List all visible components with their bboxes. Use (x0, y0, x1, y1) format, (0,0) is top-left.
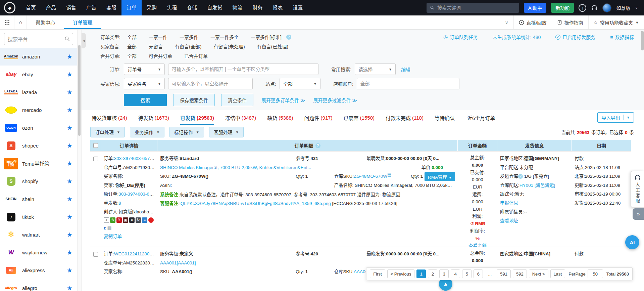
camera-icon[interactable]: ▣ (123, 217, 128, 223)
platform-item[interactable]: Amazon amazon ★ (0, 48, 77, 66)
last-page-button[interactable]: Last (550, 269, 565, 278)
platform-item[interactable]: ♪ tiktok ★ (0, 208, 77, 226)
copy-icon[interactable]: ▤ (387, 172, 391, 177)
favorite-star-icon[interactable]: ★ (67, 106, 72, 114)
copy-order-link[interactable]: 复制订单 (104, 234, 122, 239)
collapse-chevron-icon[interactable]: ∨ (500, 15, 513, 29)
buyer-field-select[interactable]: 买家姓名▼ (124, 78, 165, 89)
attachment-link[interactable]: lQLPKcXz0AJy78HNAq3NBU-wTuS8iUhBgFgIlSaS… (180, 201, 331, 206)
tab-order-management[interactable]: 订单管理 (64, 15, 101, 29)
platform-item[interactable]: Ali aliexpress ★ (0, 261, 77, 279)
next-page-button[interactable]: Next > (529, 269, 548, 278)
status-tab[interactable]: 待发货 (1673) (138, 110, 169, 125)
status-tab[interactable]: 冻结中 (3487) (225, 110, 256, 125)
favorite-star-icon[interactable]: ★ (67, 231, 72, 239)
page-button[interactable]: 591 (497, 269, 511, 278)
main-menu-item[interactable]: 客服 (101, 0, 121, 15)
user-avatar[interactable] (602, 3, 611, 12)
bulk-action-button[interactable]: 业务操作▼ (130, 127, 164, 137)
data-metrics-link[interactable]: ≡数据指标 (610, 34, 634, 40)
platform-item[interactable]: LAZADA lazada ★ (0, 83, 77, 101)
zoom-icon[interactable]: ⌕ (104, 217, 109, 223)
platform-item[interactable]: SHEIN shein ★ (0, 190, 77, 208)
ai-assistant-button[interactable]: AI助手 (524, 3, 546, 13)
product-title-link[interactable]: AAA001[AAA001] (160, 259, 455, 268)
alert-icon[interactable]: ! (148, 217, 154, 223)
status-tab[interactable]: 已废弃 (1550) (344, 110, 375, 125)
filter-option[interactable]: 一票多件 (180, 34, 198, 40)
page-button[interactable]: 3 (439, 269, 449, 278)
status-tab[interactable]: 已发货 (29563) (180, 110, 214, 125)
filter-option[interactable]: 全部 (127, 52, 137, 59)
page-button[interactable]: ... (485, 269, 495, 278)
original-order-link[interactable]: 303-3974603-65707... (118, 192, 155, 197)
favorite-star-icon[interactable]: ★ (67, 213, 72, 221)
filter-option[interactable]: 一票一件多个 (210, 34, 239, 40)
bulk-action-button[interactable]: 客服处理▼ (209, 127, 244, 137)
help-icon[interactable]: ? (286, 35, 291, 40)
browser-e-icon[interactable]: e (104, 223, 106, 233)
favorite-star-icon[interactable]: ★ (67, 53, 72, 60)
page-scrollbar-thumb[interactable] (641, 31, 644, 50)
platform-item[interactable]: W wayfairnew ★ (0, 244, 77, 261)
bag-icon[interactable]: ● (129, 217, 135, 223)
main-menu-item[interactable]: 设置 (288, 0, 308, 15)
sidebar-collapse-handle[interactable]: ◀ (82, 33, 86, 48)
favorite-star-icon[interactable]: ★ (67, 124, 72, 132)
status-tab[interactable]: 缺货 (5388) (267, 110, 293, 125)
money-icon[interactable]: ¥ (116, 217, 122, 223)
platform-item[interactable]: allegro allegro ★ (0, 279, 77, 291)
order-number-link[interactable]: WEC0122411280027-... (114, 251, 155, 256)
favorite-star-icon[interactable]: ★ (67, 88, 72, 96)
home-icon[interactable]: ⌂ (14, 15, 27, 29)
refresh-icon[interactable]: ↻ (136, 217, 141, 223)
previous-page-button[interactable]: < Previous (387, 269, 415, 278)
panel-expand-button[interactable]: » (633, 208, 644, 220)
unsynced-orders-stat[interactable]: 未生成系统单统计: 480 (493, 34, 541, 40)
status-tab[interactable]: 近6个月订单 (467, 110, 496, 125)
filter-option[interactable]: 有留言(全部) (175, 43, 201, 50)
favorite-star-icon[interactable]: ★ (67, 71, 72, 78)
platform-item[interactable]: TEMU半托管 Temu半托管 ★ (0, 155, 77, 172)
headset-support-icon[interactable] (591, 4, 598, 11)
sidebar-scrollbar-thumb[interactable] (78, 45, 81, 136)
human-service-button[interactable]: 人工客服 (631, 171, 644, 208)
filter-option[interactable]: 可合并订单 (149, 52, 172, 59)
common-search-select[interactable]: 请选择▼ (355, 64, 396, 75)
ai-float-button[interactable]: AI (625, 235, 639, 249)
bulk-action-button[interactable]: 标记操作▼ (169, 127, 204, 137)
search-button[interactable]: 搜索 (124, 94, 167, 106)
first-page-button[interactable]: First (370, 269, 385, 278)
main-menu-item[interactable]: 产品 (41, 0, 61, 15)
main-menu-item[interactable]: 报表 (267, 0, 288, 15)
platform-item[interactable]: mercado ★ (0, 101, 77, 119)
main-menu-item[interactable]: 物流 (227, 0, 247, 15)
save-search-button[interactable]: 保存搜索条件 (173, 94, 215, 106)
filter-option[interactable]: 无留言 (149, 43, 163, 50)
row-checkbox[interactable] (93, 252, 98, 257)
chevron-down-icon[interactable]: ∨ (635, 5, 638, 10)
favorite-star-icon[interactable]: ★ (67, 195, 72, 203)
main-menu-item[interactable]: 自发货 (202, 0, 227, 15)
order-number-input[interactable] (168, 64, 318, 75)
version-label[interactable]: 如意版 (616, 4, 630, 11)
tagging-service-status[interactable]: ✓已启用标发服务 (555, 34, 595, 40)
global-search-input[interactable] (437, 5, 516, 10)
filter-option[interactable]: 有留言(已处理) (257, 43, 288, 50)
clear-conditions-button[interactable]: 清空条件 (221, 94, 253, 106)
main-menu-item[interactable]: 财务 (247, 0, 267, 15)
import-export-button[interactable]: 导入导出▼ (597, 112, 634, 123)
platform-item[interactable]: OZON ozon ★ (0, 119, 77, 137)
new-features-button[interactable]: 新功能 (551, 3, 574, 13)
tab-help-center[interactable]: 帮助中心 (27, 15, 64, 29)
edit-link[interactable]: 编辑 (401, 66, 410, 73)
order-queue-task-link[interactable]: ◷订单队列任务 (443, 34, 478, 40)
order-number-link[interactable]: 303-3974603-657070... (114, 156, 155, 161)
select-all-checkbox[interactable] (93, 143, 98, 148)
filter-option[interactable]: 有留言(未处理) (213, 43, 245, 50)
favorite-star-icon[interactable]: ★ (67, 160, 72, 167)
live-replay-link[interactable]: 直播/回放 (513, 15, 552, 29)
page-button[interactable]: 592 (513, 269, 527, 278)
download-icon[interactable]: ↓ (579, 4, 586, 12)
filter-option[interactable]: 一票多件[标准] (251, 34, 282, 40)
